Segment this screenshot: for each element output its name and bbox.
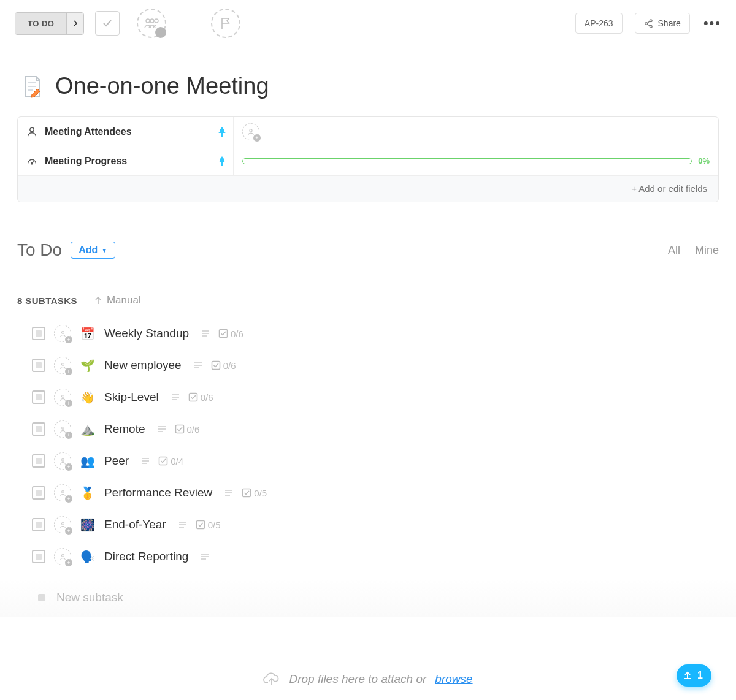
subtask-row[interactable]: + 🎆 End-of-Year 0/5: [17, 509, 719, 541]
page-title[interactable]: One-on-one Meeting: [55, 73, 269, 99]
assign-button[interactable]: +: [54, 548, 71, 565]
progress-bar[interactable]: [242, 158, 692, 164]
title-row: One-on-one Meeting: [0, 47, 736, 116]
subtasks-list: + 📅 Weekly Standup 0/6 + 🌱 New employee …: [0, 318, 736, 573]
checklist-count: 0/6: [211, 360, 236, 371]
share-button[interactable]: Share: [635, 13, 690, 34]
assignees-button[interactable]: +: [137, 9, 166, 38]
plus-icon: +: [65, 559, 72, 566]
status-checkbox[interactable]: [32, 359, 45, 372]
mark-complete-button[interactable]: [95, 11, 120, 36]
subtask-emoji: 👥: [80, 454, 96, 468]
add-dropdown-button[interactable]: Add ▼: [71, 242, 115, 259]
sort-button[interactable]: Manual: [94, 294, 141, 306]
checklist-count: 0/6: [175, 424, 200, 435]
svg-point-23: [61, 554, 64, 557]
field-value-attendees[interactable]: +: [234, 117, 718, 146]
assign-button[interactable]: +: [54, 516, 71, 533]
subtask-name[interactable]: Peer: [104, 454, 129, 468]
subtask-row[interactable]: + 📅 Weekly Standup 0/6: [17, 318, 719, 349]
share-label: Share: [658, 18, 681, 28]
subtask-name[interactable]: End-of-Year: [104, 518, 166, 531]
description-icon[interactable]: [201, 553, 209, 560]
status-checkbox[interactable]: [32, 550, 45, 563]
description-icon[interactable]: [194, 362, 202, 369]
description-icon[interactable]: [178, 521, 187, 528]
status-checkbox[interactable]: [32, 486, 45, 500]
attachment-dropzone[interactable]: Drop files here to attach or browse: [0, 660, 736, 700]
status-group: TO DO: [15, 12, 84, 35]
checklist-icon: [196, 520, 205, 530]
plus-icon: +: [65, 368, 72, 375]
assign-button[interactable]: +: [54, 484, 71, 501]
subtask-emoji: 📅: [80, 327, 96, 341]
subtask-row[interactable]: + 🗣️ Direct Reporting: [17, 541, 719, 573]
subtask-name[interactable]: Remote: [104, 422, 145, 436]
filter-mine[interactable]: Mine: [695, 244, 719, 257]
description-icon[interactable]: [158, 425, 166, 433]
svg-rect-24: [38, 594, 45, 601]
assign-button[interactable]: +: [54, 357, 71, 374]
priority-button[interactable]: [211, 9, 240, 38]
subtask-name[interactable]: New employee: [104, 359, 182, 372]
description-icon[interactable]: [224, 489, 233, 496]
square-icon: [37, 593, 47, 603]
checklist-text: 0/4: [171, 456, 183, 466]
status-checkbox[interactable]: [32, 327, 45, 340]
svg-rect-18: [159, 457, 167, 465]
new-subtask-row[interactable]: New subtask: [0, 579, 736, 617]
description-icon[interactable]: [171, 394, 180, 401]
new-subtask-placeholder: New subtask: [56, 591, 123, 604]
svg-point-7: [250, 129, 252, 131]
status-button[interactable]: TO DO: [15, 13, 66, 34]
attendees-label-text: Meeting Attendees: [45, 126, 132, 137]
task-id-chip[interactable]: AP-263: [575, 13, 623, 34]
more-menu-button[interactable]: •••: [703, 15, 721, 31]
assign-button[interactable]: +: [54, 452, 71, 470]
status-checkbox[interactable]: [32, 454, 45, 468]
plus-icon: +: [253, 134, 261, 142]
upload-count: 1: [697, 670, 703, 681]
custom-fields: Meeting Attendees + Meeting Progress 0% …: [17, 116, 719, 202]
pin-icon[interactable]: [218, 127, 226, 137]
caret-down-icon: ▼: [101, 247, 107, 254]
filter-all[interactable]: All: [668, 244, 680, 257]
subtask-row[interactable]: + 🌱 New employee 0/6: [17, 349, 719, 381]
subtask-name[interactable]: Skip-Level: [104, 390, 159, 404]
browse-link[interactable]: browse: [435, 672, 472, 686]
subtask-row[interactable]: + 👥 Peer 0/4: [17, 445, 719, 477]
add-attendee-button[interactable]: +: [242, 123, 259, 140]
status-checkbox[interactable]: [32, 422, 45, 436]
add-edit-fields-button[interactable]: + Add or edit fields: [631, 183, 707, 194]
section-header: To Do Add ▼ All Mine: [0, 202, 736, 260]
svg-rect-10: [220, 330, 228, 338]
progress-percent: 0%: [698, 156, 710, 165]
assign-button[interactable]: +: [54, 325, 71, 342]
checklist-icon: [158, 456, 168, 466]
subtask-row[interactable]: + 👋 Skip-Level 0/6: [17, 381, 719, 413]
assign-button[interactable]: +: [54, 389, 71, 406]
status-checkbox[interactable]: [32, 518, 45, 531]
section-title: To Do: [17, 240, 62, 260]
subtask-row[interactable]: + 🥇 Performance Review 0/5: [17, 477, 719, 509]
description-icon[interactable]: [201, 330, 210, 337]
svg-point-9: [61, 331, 64, 333]
upload-fab[interactable]: 1: [677, 664, 711, 687]
checklist-icon: [175, 424, 185, 434]
description-icon[interactable]: [141, 457, 150, 465]
status-next-button[interactable]: [66, 13, 83, 34]
svg-point-1: [150, 19, 154, 23]
subtask-emoji: 🌱: [80, 359, 96, 373]
dropzone-text: Drop files here to attach or: [289, 672, 426, 686]
pin-icon[interactable]: [218, 156, 226, 166]
person-icon: [26, 126, 37, 137]
subtask-row[interactable]: + ⛰️ Remote 0/6: [17, 413, 719, 445]
status-checkbox[interactable]: [32, 390, 45, 404]
assign-button[interactable]: +: [54, 420, 71, 438]
plus-icon: +: [65, 463, 72, 471]
field-value-progress[interactable]: 0%: [234, 146, 718, 175]
subtask-name[interactable]: Direct Reporting: [104, 550, 188, 563]
subtask-name[interactable]: Weekly Standup: [104, 327, 189, 340]
add-label: Add: [79, 245, 98, 256]
subtask-name[interactable]: Performance Review: [104, 486, 212, 500]
